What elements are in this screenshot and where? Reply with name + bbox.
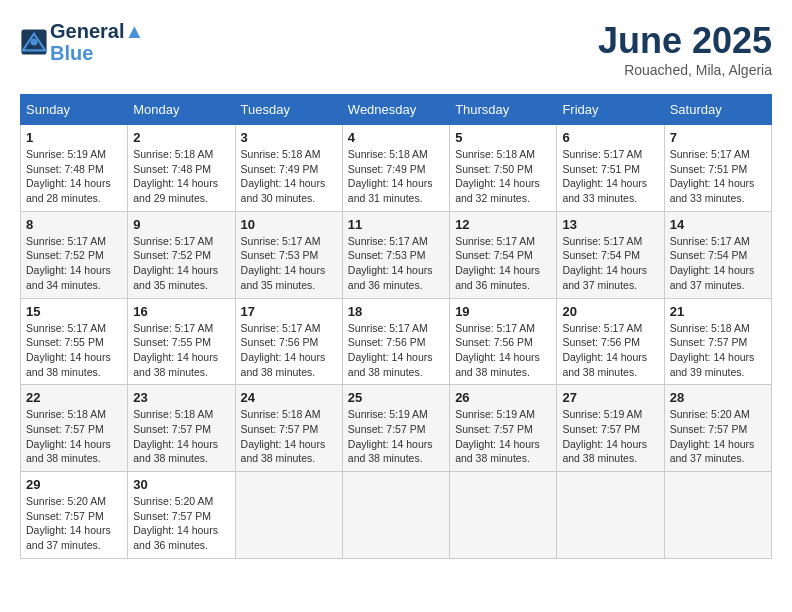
day-number: 3 xyxy=(241,130,337,145)
col-monday: Monday xyxy=(128,95,235,125)
day-info: Sunrise: 5:18 AM Sunset: 7:57 PM Dayligh… xyxy=(670,321,766,380)
day-info: Sunrise: 5:17 AM Sunset: 7:54 PM Dayligh… xyxy=(670,234,766,293)
table-row: 9 Sunrise: 5:17 AM Sunset: 7:52 PM Dayli… xyxy=(128,211,235,298)
table-row: 6 Sunrise: 5:17 AM Sunset: 7:51 PM Dayli… xyxy=(557,125,664,212)
day-number: 21 xyxy=(670,304,766,319)
day-info: Sunrise: 5:17 AM Sunset: 7:53 PM Dayligh… xyxy=(241,234,337,293)
table-row: 5 Sunrise: 5:18 AM Sunset: 7:50 PM Dayli… xyxy=(450,125,557,212)
day-number: 11 xyxy=(348,217,444,232)
day-number: 7 xyxy=(670,130,766,145)
calendar-table: Sunday Monday Tuesday Wednesday Thursday… xyxy=(20,94,772,559)
day-number: 2 xyxy=(133,130,229,145)
calendar-week-row: 15 Sunrise: 5:17 AM Sunset: 7:55 PM Dayl… xyxy=(21,298,772,385)
table-row: 11 Sunrise: 5:17 AM Sunset: 7:53 PM Dayl… xyxy=(342,211,449,298)
day-number: 12 xyxy=(455,217,551,232)
logo-icon xyxy=(20,28,48,56)
table-row: 4 Sunrise: 5:18 AM Sunset: 7:49 PM Dayli… xyxy=(342,125,449,212)
table-row: 18 Sunrise: 5:17 AM Sunset: 7:56 PM Dayl… xyxy=(342,298,449,385)
calendar-week-row: 29 Sunrise: 5:20 AM Sunset: 7:57 PM Dayl… xyxy=(21,472,772,559)
col-thursday: Thursday xyxy=(450,95,557,125)
day-info: Sunrise: 5:17 AM Sunset: 7:51 PM Dayligh… xyxy=(670,147,766,206)
table-row: 10 Sunrise: 5:17 AM Sunset: 7:53 PM Dayl… xyxy=(235,211,342,298)
day-info: Sunrise: 5:17 AM Sunset: 7:54 PM Dayligh… xyxy=(562,234,658,293)
table-row: 21 Sunrise: 5:18 AM Sunset: 7:57 PM Dayl… xyxy=(664,298,771,385)
day-info: Sunrise: 5:17 AM Sunset: 7:56 PM Dayligh… xyxy=(348,321,444,380)
day-info: Sunrise: 5:17 AM Sunset: 7:56 PM Dayligh… xyxy=(562,321,658,380)
day-number: 14 xyxy=(670,217,766,232)
day-number: 25 xyxy=(348,390,444,405)
day-info: Sunrise: 5:17 AM Sunset: 7:53 PM Dayligh… xyxy=(348,234,444,293)
day-info: Sunrise: 5:19 AM Sunset: 7:57 PM Dayligh… xyxy=(562,407,658,466)
day-number: 10 xyxy=(241,217,337,232)
calendar-week-row: 8 Sunrise: 5:17 AM Sunset: 7:52 PM Dayli… xyxy=(21,211,772,298)
day-info: Sunrise: 5:17 AM Sunset: 7:51 PM Dayligh… xyxy=(562,147,658,206)
day-number: 17 xyxy=(241,304,337,319)
table-row: 2 Sunrise: 5:18 AM Sunset: 7:48 PM Dayli… xyxy=(128,125,235,212)
day-info: Sunrise: 5:18 AM Sunset: 7:49 PM Dayligh… xyxy=(241,147,337,206)
day-number: 23 xyxy=(133,390,229,405)
day-number: 20 xyxy=(562,304,658,319)
day-info: Sunrise: 5:17 AM Sunset: 7:52 PM Dayligh… xyxy=(26,234,122,293)
day-info: Sunrise: 5:20 AM Sunset: 7:57 PM Dayligh… xyxy=(670,407,766,466)
day-number: 18 xyxy=(348,304,444,319)
table-row xyxy=(664,472,771,559)
table-row: 20 Sunrise: 5:17 AM Sunset: 7:56 PM Dayl… xyxy=(557,298,664,385)
table-row xyxy=(342,472,449,559)
day-number: 4 xyxy=(348,130,444,145)
calendar-week-row: 22 Sunrise: 5:18 AM Sunset: 7:57 PM Dayl… xyxy=(21,385,772,472)
day-info: Sunrise: 5:17 AM Sunset: 7:55 PM Dayligh… xyxy=(26,321,122,380)
logo-text-line2: Blue xyxy=(50,42,144,64)
table-row xyxy=(235,472,342,559)
col-wednesday: Wednesday xyxy=(342,95,449,125)
day-info: Sunrise: 5:17 AM Sunset: 7:56 PM Dayligh… xyxy=(455,321,551,380)
col-saturday: Saturday xyxy=(664,95,771,125)
table-row: 28 Sunrise: 5:20 AM Sunset: 7:57 PM Dayl… xyxy=(664,385,771,472)
day-info: Sunrise: 5:17 AM Sunset: 7:55 PM Dayligh… xyxy=(133,321,229,380)
title-area: June 2025 Rouached, Mila, Algeria xyxy=(598,20,772,78)
day-info: Sunrise: 5:20 AM Sunset: 7:57 PM Dayligh… xyxy=(26,494,122,553)
day-number: 1 xyxy=(26,130,122,145)
day-number: 15 xyxy=(26,304,122,319)
table-row: 15 Sunrise: 5:17 AM Sunset: 7:55 PM Dayl… xyxy=(21,298,128,385)
table-row: 13 Sunrise: 5:17 AM Sunset: 7:54 PM Dayl… xyxy=(557,211,664,298)
logo-text-line1: General▲ xyxy=(50,20,144,42)
logo: General▲ Blue xyxy=(20,20,144,64)
table-row: 16 Sunrise: 5:17 AM Sunset: 7:55 PM Dayl… xyxy=(128,298,235,385)
day-info: Sunrise: 5:18 AM Sunset: 7:57 PM Dayligh… xyxy=(26,407,122,466)
day-number: 24 xyxy=(241,390,337,405)
table-row: 26 Sunrise: 5:19 AM Sunset: 7:57 PM Dayl… xyxy=(450,385,557,472)
day-info: Sunrise: 5:17 AM Sunset: 7:54 PM Dayligh… xyxy=(455,234,551,293)
col-sunday: Sunday xyxy=(21,95,128,125)
table-row: 17 Sunrise: 5:17 AM Sunset: 7:56 PM Dayl… xyxy=(235,298,342,385)
day-info: Sunrise: 5:19 AM Sunset: 7:48 PM Dayligh… xyxy=(26,147,122,206)
day-number: 28 xyxy=(670,390,766,405)
day-number: 13 xyxy=(562,217,658,232)
table-row: 8 Sunrise: 5:17 AM Sunset: 7:52 PM Dayli… xyxy=(21,211,128,298)
day-number: 6 xyxy=(562,130,658,145)
table-row: 30 Sunrise: 5:20 AM Sunset: 7:57 PM Dayl… xyxy=(128,472,235,559)
day-info: Sunrise: 5:18 AM Sunset: 7:50 PM Dayligh… xyxy=(455,147,551,206)
table-row: 22 Sunrise: 5:18 AM Sunset: 7:57 PM Dayl… xyxy=(21,385,128,472)
table-row: 12 Sunrise: 5:17 AM Sunset: 7:54 PM Dayl… xyxy=(450,211,557,298)
day-info: Sunrise: 5:19 AM Sunset: 7:57 PM Dayligh… xyxy=(455,407,551,466)
day-number: 22 xyxy=(26,390,122,405)
day-number: 30 xyxy=(133,477,229,492)
calendar-week-row: 1 Sunrise: 5:19 AM Sunset: 7:48 PM Dayli… xyxy=(21,125,772,212)
day-info: Sunrise: 5:18 AM Sunset: 7:49 PM Dayligh… xyxy=(348,147,444,206)
day-info: Sunrise: 5:18 AM Sunset: 7:48 PM Dayligh… xyxy=(133,147,229,206)
table-row: 1 Sunrise: 5:19 AM Sunset: 7:48 PM Dayli… xyxy=(21,125,128,212)
col-friday: Friday xyxy=(557,95,664,125)
day-info: Sunrise: 5:19 AM Sunset: 7:57 PM Dayligh… xyxy=(348,407,444,466)
table-row: 23 Sunrise: 5:18 AM Sunset: 7:57 PM Dayl… xyxy=(128,385,235,472)
calendar-header-row: Sunday Monday Tuesday Wednesday Thursday… xyxy=(21,95,772,125)
day-info: Sunrise: 5:17 AM Sunset: 7:56 PM Dayligh… xyxy=(241,321,337,380)
table-row xyxy=(557,472,664,559)
day-number: 5 xyxy=(455,130,551,145)
day-number: 19 xyxy=(455,304,551,319)
day-info: Sunrise: 5:17 AM Sunset: 7:52 PM Dayligh… xyxy=(133,234,229,293)
day-number: 29 xyxy=(26,477,122,492)
page-header: General▲ Blue June 2025 Rouached, Mila, … xyxy=(20,20,772,78)
day-number: 9 xyxy=(133,217,229,232)
svg-point-2 xyxy=(31,39,38,46)
day-info: Sunrise: 5:18 AM Sunset: 7:57 PM Dayligh… xyxy=(241,407,337,466)
